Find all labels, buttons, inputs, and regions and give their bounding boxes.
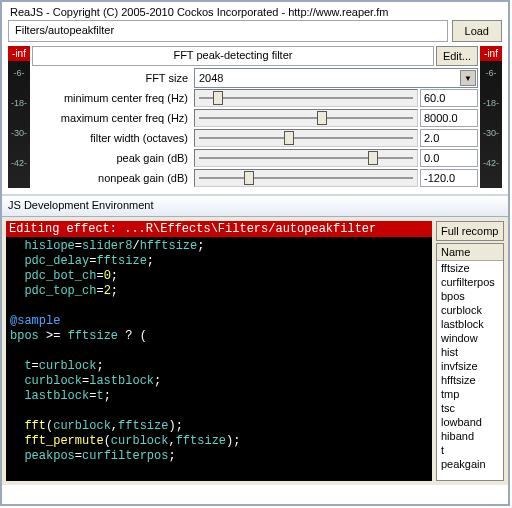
code-line: curblock=lastblock;: [10, 374, 428, 389]
variable-list-item[interactable]: lowband: [437, 415, 503, 429]
code-line: fft_permute(curblock,fftsize);: [10, 434, 428, 449]
full-recompile-button[interactable]: Full recomp: [436, 221, 504, 241]
param-slider[interactable]: [194, 89, 418, 107]
param-value[interactable]: 0.0: [420, 149, 478, 167]
editor-header: Editing effect: ...R\Effects\Filters/aut…: [6, 221, 432, 237]
param-label: nonpeak gain (dB): [32, 172, 192, 184]
fft-size-dropdown[interactable]: 2048▼: [194, 68, 478, 88]
code-line: t=curblock;: [10, 359, 428, 374]
dev-env-title: JS Development Environment: [2, 196, 508, 217]
param-slider[interactable]: [194, 109, 418, 127]
effect-path-box[interactable]: Filters/autopeakfilter: [8, 20, 448, 42]
param-slider[interactable]: [194, 129, 418, 147]
code-line: lastblock=t;: [10, 389, 428, 404]
code-line: [10, 299, 428, 314]
output-meter: -inf -6- -18- -30- -42-: [480, 46, 502, 188]
code-line: bpos >= fftsize ? (: [10, 329, 428, 344]
variable-list[interactable]: Name fftsizecurfilterposbposcurblocklast…: [436, 243, 504, 481]
variable-list-item[interactable]: t: [437, 443, 503, 457]
meter-inf-label: -inf: [480, 46, 502, 61]
variable-list-item[interactable]: window: [437, 331, 503, 345]
variable-list-item[interactable]: hiband: [437, 429, 503, 443]
window-title: ReaJS - Copyright (C) 2005-2010 Cockos I…: [2, 2, 508, 20]
variable-list-item[interactable]: tmp: [437, 387, 503, 401]
param-label: filter width (octaves): [32, 132, 192, 144]
code-line: hislope=slider8/hfftsize;: [10, 239, 428, 254]
chevron-down-icon: ▼: [460, 70, 476, 86]
param-value[interactable]: 8000.0: [420, 109, 478, 127]
code-line: peakpos=curfilterpos;: [10, 449, 428, 464]
param-slider[interactable]: [194, 149, 418, 167]
variable-list-item[interactable]: tsc: [437, 401, 503, 415]
param-value[interactable]: 60.0: [420, 89, 478, 107]
variable-list-item[interactable]: hfftsize: [437, 373, 503, 387]
meter-inf-label: -inf: [8, 46, 30, 61]
param-value[interactable]: 2.0: [420, 129, 478, 147]
variable-list-item[interactable]: fftsize: [437, 261, 503, 275]
code-line: [10, 404, 428, 419]
code-line: [10, 344, 428, 359]
variable-list-item[interactable]: lastblock: [437, 317, 503, 331]
code-line: @sample: [10, 314, 428, 329]
param-label: minimum center freq (Hz): [32, 92, 192, 104]
param-value[interactable]: -120.0: [420, 169, 478, 187]
variable-list-item[interactable]: invfsize: [437, 359, 503, 373]
code-line: fft(curblock,fftsize);: [10, 419, 428, 434]
code-editor[interactable]: Editing effect: ...R\Effects\Filters/aut…: [6, 221, 432, 481]
code-line: pdc_bot_ch=0;: [10, 269, 428, 284]
input-meter: -inf -6- -18- -30- -42-: [8, 46, 30, 188]
param-label: FFT size: [32, 72, 192, 84]
variable-list-item[interactable]: curfilterpos: [437, 275, 503, 289]
code-line: pdc_delay=fftsize;: [10, 254, 428, 269]
param-label: maximum center freq (Hz): [32, 112, 192, 124]
variable-list-item[interactable]: curblock: [437, 303, 503, 317]
edit-button[interactable]: Edit...: [436, 46, 478, 66]
variable-list-item[interactable]: bpos: [437, 289, 503, 303]
load-button[interactable]: Load: [452, 20, 502, 42]
code-line: pdc_top_ch=2;: [10, 284, 428, 299]
variable-list-item[interactable]: peakgain: [437, 457, 503, 471]
param-label: peak gain (dB): [32, 152, 192, 164]
variable-list-header: Name: [437, 244, 503, 261]
effect-title: FFT peak-detecting filter: [32, 46, 434, 66]
param-slider[interactable]: [194, 169, 418, 187]
variable-list-item[interactable]: hist: [437, 345, 503, 359]
